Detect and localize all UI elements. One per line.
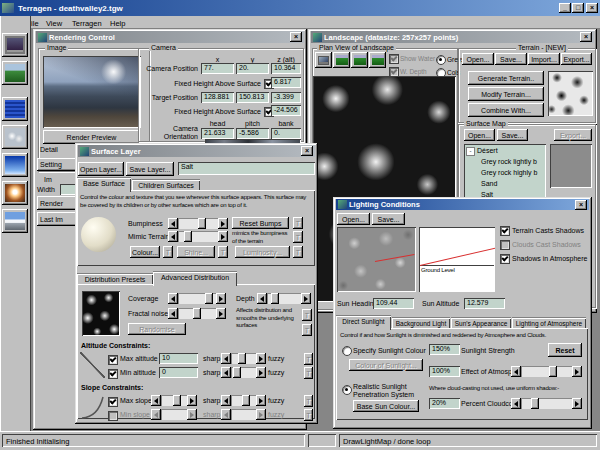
- landscape-titlebar[interactable]: Landscape (datasize: 257x257 points) ×: [311, 31, 594, 43]
- terrain-save-button[interactable]: Save...: [495, 53, 527, 65]
- sidebar-rendering-button[interactable]: [2, 33, 28, 57]
- effect-of-atmosphere-field[interactable]: 100%: [429, 366, 460, 377]
- lighting-open-button[interactable]: Open...: [337, 213, 370, 225]
- bumpiness-texture-button[interactable]: T: [293, 217, 303, 229]
- greys-radio[interactable]: [436, 55, 446, 65]
- menu-view[interactable]: View: [46, 19, 62, 28]
- slider-thumb[interactable]: [173, 395, 181, 406]
- arrow-right-icon[interactable]: [187, 395, 197, 406]
- min-altitude-checkbox[interactable]: [108, 369, 118, 379]
- open-layer-button[interactable]: Open Layer...: [78, 162, 124, 176]
- arrow-right-icon[interactable]: [256, 367, 266, 378]
- menu-help[interactable]: Help: [110, 19, 125, 28]
- surface-titlebar[interactable]: Surface Layer ×: [78, 145, 315, 157]
- target-y-field[interactable]: 150.813: [236, 92, 269, 103]
- sidebar-cloudscape-button[interactable]: [2, 209, 28, 233]
- orientation-bank-field[interactable]: 0.: [271, 128, 301, 139]
- show-water-checkbox[interactable]: [389, 54, 399, 64]
- slider-thumb[interactable]: [531, 398, 539, 409]
- arrow-right-icon[interactable]: [256, 353, 266, 364]
- mimic-texture-button[interactable]: T: [293, 231, 303, 243]
- sidebar-clouds-button[interactable]: [2, 125, 28, 149]
- max-altitude-field[interactable]: 10: [159, 353, 198, 364]
- percent-cloudcover-slider[interactable]: [511, 398, 582, 409]
- effect-of-atmosphere-slider[interactable]: [511, 366, 582, 377]
- sidebar-landscape-button[interactable]: [2, 61, 28, 85]
- mimic-terrain-slider[interactable]: [168, 231, 228, 242]
- list-item[interactable]: Grey rock lightly b: [481, 158, 537, 165]
- save-layer-button[interactable]: Save Layer...: [126, 162, 174, 176]
- realistic-sunlight-radio[interactable]: [342, 385, 352, 395]
- plan-camera-view-button[interactable]: [315, 52, 332, 68]
- minimize-button[interactable]: _: [559, 3, 571, 13]
- sun-altitude-preview[interactable]: Ground Level: [419, 227, 495, 292]
- atmos-shadows-checkbox[interactable]: [500, 254, 510, 264]
- slider-thumb[interactable]: [193, 308, 201, 319]
- close-button[interactable]: ×: [586, 3, 598, 13]
- close-icon[interactable]: ×: [301, 146, 313, 156]
- arrow-left-icon[interactable]: [221, 367, 231, 378]
- tab-direct-sunlight[interactable]: Direct Sunlight: [336, 315, 391, 330]
- arrow-right-icon[interactable]: [216, 308, 226, 319]
- close-icon[interactable]: ×: [575, 200, 587, 210]
- terrain-import-button[interactable]: Import...: [528, 53, 560, 65]
- camera-y-field[interactable]: 20.: [236, 63, 269, 74]
- arrow-right-icon[interactable]: [572, 398, 582, 409]
- slider-thumb[interactable]: [242, 395, 250, 406]
- sun-heading-field[interactable]: 109.44: [373, 298, 414, 309]
- surface-map-save-button[interactable]: Save...: [497, 129, 528, 141]
- max-slope-fuzzy-slider[interactable]: [221, 395, 266, 406]
- arrow-left-icon[interactable]: [151, 395, 161, 406]
- arrow-right-icon[interactable]: [572, 366, 582, 377]
- close-icon[interactable]: ×: [290, 32, 302, 42]
- tab-advanced-distribution[interactable]: Advanced Distribution: [153, 271, 237, 286]
- combine-with-button[interactable]: Combine With...: [468, 103, 544, 117]
- arrow-left-icon[interactable]: [257, 293, 267, 304]
- rendering-titlebar[interactable]: Rendering Control ×: [36, 31, 304, 43]
- terrain-open-button[interactable]: Open...: [462, 53, 494, 65]
- colour-texture-button[interactable]: T: [163, 246, 173, 258]
- max-altitude-checkbox[interactable]: [108, 355, 118, 365]
- arrow-left-icon[interactable]: [511, 398, 521, 409]
- orientation-head-field[interactable]: 21.633: [201, 128, 234, 139]
- specify-sunlight-radio[interactable]: [342, 346, 352, 356]
- sidebar-atmosphere-button[interactable]: [2, 153, 28, 177]
- min-slope-checkbox[interactable]: [108, 411, 118, 421]
- min-altitude-field[interactable]: 0: [159, 367, 198, 378]
- base-sun-colour-button[interactable]: Base Sun Colour...: [353, 400, 419, 412]
- layer-name-field[interactable]: Salt: [178, 162, 315, 175]
- maximize-button[interactable]: □: [572, 3, 584, 13]
- arrow-left-icon[interactable]: [168, 293, 178, 304]
- arrow-left-icon[interactable]: [168, 231, 178, 242]
- plan-terrain-button-2[interactable]: [351, 52, 368, 68]
- plan-terrain-button-3[interactable]: [369, 52, 386, 68]
- bumpiness-slider[interactable]: [168, 218, 228, 229]
- menu-terragen[interactable]: Terragen: [72, 19, 102, 28]
- colour-button[interactable]: Colour...: [130, 246, 160, 258]
- target-z-field[interactable]: -3.399: [271, 92, 301, 103]
- min-altitude-fuzzy-slider[interactable]: [221, 367, 266, 378]
- arrow-right-icon[interactable]: [301, 293, 311, 304]
- slider-thumb[interactable]: [271, 293, 279, 304]
- fractal-noise-slider[interactable]: [168, 308, 226, 319]
- sunlight-strength-field[interactable]: 150%: [429, 344, 460, 355]
- tree-collapse-icon[interactable]: -: [466, 147, 475, 156]
- sidebar-lighting-button[interactable]: [2, 181, 28, 205]
- slider-thumb[interactable]: [238, 353, 246, 364]
- coverage-slider[interactable]: [168, 293, 226, 304]
- main-titlebar[interactable]: Terragen - deathvalley2.tgw _ □ ×: [0, 0, 600, 16]
- max-slope-checkbox[interactable]: [108, 397, 118, 407]
- camera-x-field[interactable]: 77.: [201, 63, 234, 74]
- sun-altitude-field[interactable]: 12.579: [464, 298, 505, 309]
- lighting-titlebar[interactable]: Lighting Conditions ×: [336, 199, 589, 210]
- list-item[interactable]: Grey rock highly b: [481, 169, 537, 176]
- percent-cloudcover-field[interactable]: 20%: [429, 398, 460, 409]
- orientation-pitch-field[interactable]: -5.586: [236, 128, 269, 139]
- reset-bumps-button[interactable]: Reset Bumps: [232, 217, 289, 229]
- arrow-left-icon[interactable]: [221, 395, 231, 406]
- surface-map-open-button[interactable]: Open...: [464, 129, 495, 141]
- camera-z-field[interactable]: 10.364: [271, 63, 301, 74]
- arrow-right-icon[interactable]: [218, 231, 228, 242]
- target-x-field[interactable]: 128.881: [201, 92, 234, 103]
- fixed-height-target-field[interactable]: -24.506: [271, 105, 301, 116]
